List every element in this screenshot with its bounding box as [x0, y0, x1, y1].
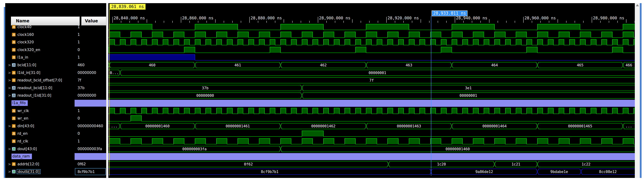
expand-chevron-icon[interactable]: >	[8, 147, 11, 151]
signal-value: 0	[78, 48, 80, 52]
vertical-scrollbar[interactable]	[635, 3, 640, 178]
group-divider-label[interactable]: l1a_fifo	[12, 100, 28, 106]
bus-value-label: 00000001460	[446, 147, 470, 151]
bus-value-label: 00000001461	[226, 124, 250, 128]
expand-chevron-icon[interactable]: >	[8, 94, 11, 97]
signal-row-wr-clk[interactable]: wr_clk1	[5, 107, 106, 115]
signal-row-readout-l1id310[interactable]: >readout_l1id[31:0]00000000	[5, 92, 106, 100]
bus-value-label: ...	[111, 124, 118, 128]
bus-value-label: 466	[626, 63, 632, 67]
expand-chevron-icon[interactable]: >	[8, 78, 11, 82]
signal-value: 1	[78, 55, 80, 59]
signal-name[interactable]: l1id_in[31:0]	[18, 71, 40, 75]
signal-name[interactable]: bcid[11:0]	[18, 63, 36, 67]
scalar-input-icon	[12, 40, 16, 44]
signal-value: 8cf9b7b1	[78, 170, 95, 174]
bus-input-icon	[12, 71, 16, 75]
signal-row-clock320[interactable]: clock3201	[5, 38, 106, 46]
signal-name[interactable]: clock160	[18, 33, 34, 37]
panel-frame-left	[4, 7, 5, 178]
signal-name[interactable]: rd_clk	[18, 139, 28, 143]
ruler-time-label: 28,980.000 ns	[593, 16, 624, 20]
bus-signal-icon	[12, 86, 16, 90]
signal-row-wr-en[interactable]: wr_en0	[5, 115, 106, 122]
selected-value-box: 8cf9b7b1	[75, 168, 106, 175]
scalar-input-icon	[12, 55, 16, 59]
signal-row-dout430[interactable]: >dout[43:0]000000003fa	[5, 145, 106, 153]
panel-splitter[interactable]	[106, 3, 108, 178]
bus-value-label: 8cc08e12	[599, 170, 617, 174]
signal-name[interactable]: l1a_in	[18, 55, 28, 59]
expand-chevron-icon[interactable]: >	[8, 124, 11, 128]
bus-value-label: 0...	[110, 71, 119, 75]
signal-row-addrb120[interactable]: >addrb[12:0]0f62	[5, 160, 106, 168]
signal-name[interactable]: clock320_en	[18, 48, 40, 52]
group-divider-value-band	[74, 100, 106, 107]
expand-chevron-icon[interactable]: >	[8, 63, 11, 67]
ruler-time-label: 28,880.000 ns	[250, 16, 282, 20]
bus-value-label: 1c22	[582, 162, 590, 166]
signal-value: 1	[78, 40, 80, 44]
signal-value: 00000000	[78, 71, 96, 75]
scalar-input-icon	[12, 109, 16, 113]
bus-value-label: 37b	[202, 86, 208, 90]
signal-value: 0f62	[78, 162, 86, 166]
signal-name[interactable]: rd_en	[18, 131, 28, 136]
bus-input-icon	[12, 162, 16, 166]
expand-chevron-icon[interactable]: >	[8, 162, 11, 166]
signal-row-din430[interactable]: >din[43:0]00000000460	[5, 122, 106, 130]
bus-value-label: 00000001460	[145, 124, 170, 128]
signal-row-rd-clk[interactable]: rd_clk1	[5, 138, 106, 145]
scroll-up-icon[interactable]	[636, 4, 639, 6]
bus-value-label: 00000001465	[568, 124, 592, 128]
signal-name[interactable]: dout[43:0]	[18, 147, 37, 151]
signal-name[interactable]: readout_l1id[31:0]	[18, 93, 51, 98]
signal-name[interactable]: wr_en	[18, 116, 28, 120]
bus-value-label: 465	[577, 63, 583, 67]
signal-name[interactable]: clock40	[18, 25, 32, 29]
expand-chevron-icon[interactable]: >	[8, 71, 11, 75]
waveform-area[interactable]: 28,840.000 ns28,860.000 ns28,880.000 ns2…	[108, 3, 635, 178]
signal-name[interactable]: readout_bcid[11:0]	[18, 86, 52, 90]
signal-row-l1a-in[interactable]: l1a_in1	[5, 54, 106, 61]
expand-chevron-icon[interactable]: >	[8, 170, 11, 173]
group-divider-label[interactable]: data_ram	[12, 154, 32, 159]
signal-row-bcid110[interactable]: >bcid[11:0]460	[5, 61, 106, 69]
bus-value-label: 00000001	[368, 71, 386, 75]
signal-row-rd-en[interactable]: rd_en0	[5, 130, 106, 138]
signal-row-clock160[interactable]: clock1601	[5, 31, 106, 39]
marker-time-label[interactable]: 28,933.011 ns	[432, 11, 468, 16]
ruler-time-label: 28,940.000 ns	[456, 16, 487, 20]
signal-name[interactable]: din[43:0]	[18, 124, 34, 128]
ruler-time-label: 28,920.000 ns	[388, 16, 419, 20]
bus-value-label: 461	[234, 63, 241, 67]
expand-chevron-icon[interactable]: >	[8, 86, 11, 90]
signal-value: 1	[78, 25, 80, 29]
signal-name[interactable]: wr_clk	[18, 109, 29, 113]
signal-row-clock320-en[interactable]: clock320_en0	[5, 46, 106, 54]
bus-value-label: 460	[149, 63, 156, 67]
bus-input-icon	[12, 124, 16, 128]
signal-name[interactable]: doutb[31:0]	[17, 169, 40, 174]
bus-value-label: 00000001464	[482, 124, 507, 128]
waveform-canvas[interactable]: 28,840.000 ns28,860.000 ns28,880.000 ns2…	[108, 3, 635, 178]
signal-name[interactable]: readout_bcid_offset[7:0]	[18, 78, 62, 82]
signal-row-readout-bcid110[interactable]: >readout_bcid[11:0]37b	[5, 84, 106, 92]
signal-name[interactable]: addrb[12:0]	[18, 162, 39, 166]
signal-value: 0	[78, 131, 80, 136]
signal-row-readout-bcid-offset70[interactable]: >readout_bcid_offset[7:0]7f	[5, 76, 106, 84]
signal-value: 00000000460	[78, 124, 103, 128]
signal-row-doutb310[interactable]: >doutb[31:0]8cf9b7b1	[5, 168, 106, 176]
bus-output-icon	[12, 147, 16, 151]
bus-value-label: 3e1	[465, 86, 472, 90]
signal-value: 37b	[78, 86, 84, 90]
signal-list-panel: Name Value clock401clock1601clock3201clo…	[5, 3, 106, 178]
ruler-time-label: 28,900.000 ns	[319, 16, 350, 20]
signal-row-l1a-fifo[interactable]: l1a_fifo	[5, 100, 106, 107]
signal-name[interactable]: clock320	[18, 40, 34, 44]
bus-value-label: 8cf9b7b1	[261, 170, 278, 174]
signal-row-clock40[interactable]: clock401	[5, 23, 106, 31]
signal-row-l1id-in310[interactable]: >l1id_in[31:0]00000000	[5, 69, 106, 77]
main-cursor-time-label[interactable]: 28,839.061 ns	[110, 4, 146, 10]
signal-row-data-ram[interactable]: data_ram	[5, 153, 106, 160]
